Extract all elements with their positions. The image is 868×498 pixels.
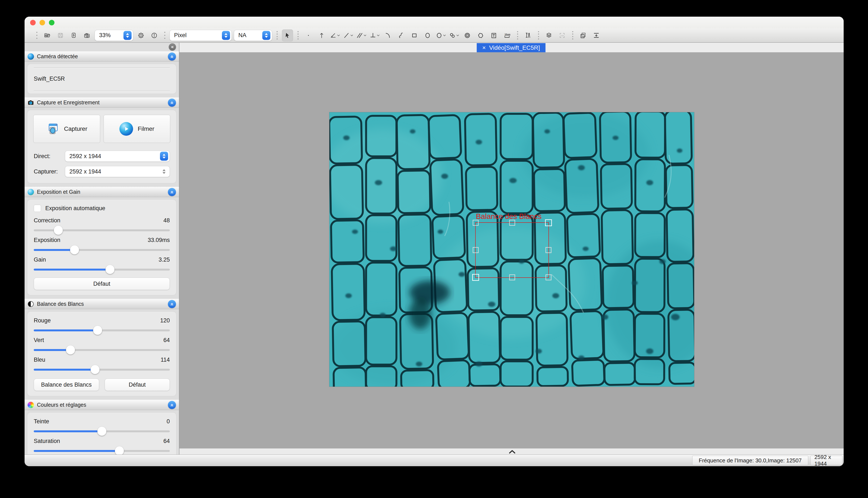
exposure-slider[interactable] [34,245,170,254]
slider-thumb[interactable] [105,265,114,274]
angle-tool-button[interactable] [329,29,341,41]
line-tool-button[interactable] [343,29,354,41]
linked-circles-tool-button[interactable] [448,29,460,41]
duplicate-button[interactable] [577,29,589,41]
hue-slider[interactable] [34,427,170,436]
panel-collapse-button[interactable] [168,300,176,308]
csv-text: CSV [561,35,564,37]
scalebar-tool-button[interactable]: 10um [501,29,513,41]
exposure-default-button[interactable]: Défaut [34,278,170,290]
saturation-label: Saturation [34,438,60,444]
zoom-level-select[interactable]: 33% [94,30,133,41]
panel-header-capture[interactable]: Capture et Enregistrement [25,97,179,108]
panel-collapse-button[interactable] [168,99,176,107]
point-tool-button[interactable] [303,29,314,41]
toolbar-separator [516,30,519,41]
correction-slider[interactable] [34,225,170,235]
panel-header-exposure[interactable]: Exposition et Gain [25,187,179,197]
saturation-slider[interactable] [34,446,170,455]
slider-thumb[interactable] [66,345,75,354]
slider-thumb[interactable] [91,365,100,374]
concentric-circles-tool-button[interactable] [462,29,473,41]
capture-resolution-select[interactable]: 2592 x 1944 [65,166,170,177]
red-slider[interactable] [34,326,170,335]
tab-close-icon[interactable]: × [482,44,486,51]
select-tool-button[interactable] [282,29,293,41]
panel-header-white-balance[interactable]: Balance des Blancs [25,299,179,309]
csv-export-button[interactable]: CSV [557,29,568,41]
perpendicular-tool-button[interactable] [369,29,380,41]
roi-handle-bottom-right[interactable] [546,274,551,280]
slider-thumb[interactable] [115,446,124,455]
collapse-sidebar-button[interactable]: « [169,43,176,51]
auto-exposure-checkbox[interactable] [34,205,41,212]
white-balance-default-button[interactable]: Défaut [105,379,170,391]
unit-select[interactable]: Pixel [169,30,232,41]
white-balance-button-label: Balance des Blancs [41,381,92,388]
arrow-tool-button[interactable] [316,29,327,41]
info-button[interactable] [149,29,160,41]
ellipse-icon [424,32,431,39]
export-merge-button[interactable] [591,29,602,41]
microscope-video-frame[interactable]: Balance des Blancs [329,112,694,386]
capture-button[interactable]: Capturer [33,115,100,143]
save-button[interactable] [55,29,66,41]
rectangle-tool-button[interactable] [409,29,420,41]
polygon-tool-button[interactable] [475,29,486,41]
na-select-value: NA [238,32,259,39]
blue-slider[interactable] [34,365,170,374]
slider-thumb[interactable] [70,245,79,254]
roi-handle-bottom-left[interactable] [472,274,479,281]
roi-handle-bottom-center[interactable] [509,274,515,280]
slider-thumb[interactable] [98,427,106,436]
panel-header-colors[interactable]: Couleurs et réglages [25,399,179,410]
toolbar-separator [36,30,38,41]
circle-tool-button[interactable] [435,29,446,41]
panel-collapse-button[interactable] [168,401,176,409]
open-file-button[interactable] [42,29,53,41]
capture-panel-body: Capturer Filmer Direct: 2592 x 1944 [27,110,176,183]
white-balance-roi[interactable] [475,222,549,278]
calibrate-tool-button[interactable] [522,29,534,41]
white-balance-button[interactable]: Balance des Blancs [34,379,99,391]
panel-header-camera[interactable]: Caméra détectée [25,51,179,62]
panel-collapse-button[interactable] [168,188,176,196]
minimize-window-button[interactable] [39,20,45,25]
bottom-collapse-strip[interactable] [179,448,844,455]
direct-resolution-select[interactable]: 2592 x 1944 [65,150,170,162]
slider-thumb[interactable] [54,226,63,235]
timed-capture-button[interactable] [81,29,92,41]
chevron-up-icon[interactable] [508,449,516,454]
layers-button[interactable] [543,29,554,41]
duplicate-pages-icon [580,32,586,39]
scalebar-text: 10um [505,33,510,36]
close-window-button[interactable] [30,20,36,25]
video-canvas[interactable]: Balance des Blancs [179,52,844,448]
curve-tool-button[interactable] [396,29,407,41]
record-button[interactable]: Filmer [104,115,170,143]
ellipse-tool-button[interactable] [422,29,433,41]
roi-handle-top-left[interactable] [473,220,478,226]
parallel-lines-tool-button[interactable] [356,29,367,41]
blue-row: Bleu 114 [27,355,176,365]
zoom-window-button[interactable] [49,20,54,25]
main-area: × Vidéo[Swift_EC5R] [179,43,844,455]
green-slider[interactable] [34,345,170,355]
camera-name[interactable]: Swift_EC5R [34,68,170,90]
roi-handle-mid-right[interactable] [546,247,551,253]
settings-button[interactable] [136,29,146,41]
roi-handle-mid-left[interactable] [473,247,478,253]
na-select[interactable]: NA [234,30,272,41]
roi-handle-top-right[interactable] [545,219,552,226]
panel-collapse-button[interactable] [168,52,176,61]
flash-capture-button[interactable] [68,29,79,41]
resolution-cell: 2592 x 1944 [810,456,842,465]
gain-slider[interactable] [34,265,170,274]
arc-tool-button[interactable] [382,29,393,41]
default-button-label: Défaut [93,280,111,287]
text-tool-button[interactable] [488,29,499,41]
roi-handle-top-center[interactable] [509,220,515,226]
camera-panel-body: Swift_EC5R [27,64,176,94]
tab-video[interactable]: × Vidéo[Swift_EC5R] [477,43,546,52]
slider-thumb[interactable] [93,326,102,335]
